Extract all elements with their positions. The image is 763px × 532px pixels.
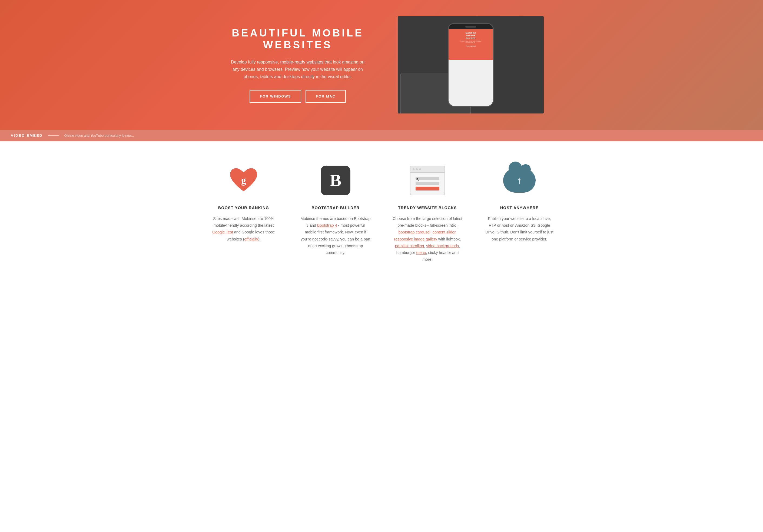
bootstrap4-link[interactable]: Bootstrap 4	[317, 223, 337, 227]
feature-icon-cloud: ↑	[502, 163, 537, 198]
hero-image-area: MOBIRISEWEBSITEBUILDER Create awesome no…	[398, 16, 559, 114]
content-slider-link[interactable]: content slider	[433, 230, 456, 234]
feature-card-ranking: g BOOST YOUR RANKING Sites made with Mob…	[203, 163, 284, 263]
browser-icon: ↖	[410, 166, 445, 195]
heart-icon: g	[229, 167, 259, 194]
video-embed-strip: VIDEO EMBED Online video and YouTube par…	[0, 130, 763, 141]
video-embed-label: VIDEO EMBED	[11, 133, 43, 137]
phone-screen-button: FOR WINDOWS	[464, 45, 478, 48]
windows-button[interactable]: FOR WINDOWS	[250, 90, 301, 103]
browser-dot-1	[413, 168, 414, 170]
phone-notch	[465, 26, 476, 28]
browser-dot-3	[419, 168, 421, 170]
browser-cursor-icon: ↖	[416, 176, 420, 183]
mac-button[interactable]: FOR MAC	[305, 90, 346, 103]
hero-section: BEAUTIFUL MOBILE WEBSITES Develop fully …	[0, 0, 763, 130]
feature-card-bootstrap: B BOOTSTRAP BUILDER Mobirise themes are …	[295, 163, 376, 263]
phone-screen: MOBIRISEWEBSITEBUILDER Create awesome no…	[449, 29, 493, 106]
phone-mockup: MOBIRISEWEBSITEBUILDER Create awesome no…	[448, 23, 494, 107]
feature-card-blocks: ↖ TRENDY WEBSITE BLOCKS Choose from the …	[387, 163, 468, 263]
features-grid: g BOOST YOUR RANKING Sites made with Mob…	[203, 163, 560, 263]
hero-desc-link[interactable]: mobile-ready websites	[280, 60, 323, 64]
feature-title-bootstrap: BOOTSTRAP BUILDER	[300, 206, 371, 210]
google-g-letter: g	[241, 175, 246, 186]
hero-content: BEAUTIFUL MOBILE WEBSITES Develop fully …	[203, 0, 560, 130]
google-test-link[interactable]: Google Test	[212, 230, 233, 234]
phone-screen-subtitle: Create awesome no-code websites.No codin…	[461, 41, 481, 43]
feature-desc-ranking: Sites made with Mobirise are 100% mobile…	[208, 215, 279, 243]
responsive-gallery-link[interactable]: responsive image gallery	[394, 237, 437, 241]
phone-screen-title: MOBIRISEWEBSITEBUILDER	[466, 32, 476, 40]
browser-titlebar	[410, 166, 445, 173]
browser-dot-2	[416, 168, 418, 170]
video-embed-description: Online video and YouTube particularly is…	[64, 134, 134, 137]
upload-arrow-icon: ↑	[517, 175, 522, 186]
feature-desc-blocks: Choose from the large selection of lates…	[392, 215, 463, 263]
feature-title-blocks: TRENDY WEBSITE BLOCKS	[392, 206, 463, 210]
feature-icon-heart: g	[226, 163, 261, 198]
hero-buttons: FOR WINDOWS FOR MAC	[214, 90, 382, 103]
cloud-shape: ↑	[503, 168, 536, 193]
feature-title-ranking: BOOST YOUR RANKING	[208, 206, 279, 210]
hero-description: Develop fully responsive, mobile-ready w…	[227, 58, 368, 80]
feature-desc-bootstrap: Mobirise themes are based on Bootstrap 3…	[300, 215, 371, 256]
video-backgrounds-link[interactable]: video backgrounds	[426, 244, 459, 248]
bootstrap-carousel-link[interactable]: bootstrap carousel	[398, 230, 430, 234]
features-section: g BOOST YOUR RANKING Sites made with Mob…	[0, 141, 763, 279]
feature-icon-bootstrap: B	[318, 163, 353, 198]
bootstrap-b-letter: B	[330, 172, 342, 189]
video-embed-divider	[48, 135, 59, 136]
officially-link[interactable]: officially	[245, 237, 258, 241]
browser-body: ↖	[410, 173, 445, 195]
hero-title: BEAUTIFUL MOBILE WEBSITES	[214, 27, 382, 51]
hero-desc-prefix: Develop fully responsive,	[231, 60, 280, 64]
feature-title-host: HOST ANYWHERE	[484, 206, 555, 210]
cloud-icon: ↑	[502, 166, 537, 195]
parallax-scrolling-link[interactable]: parallax scrolling	[395, 244, 424, 248]
hero-phone-container: MOBIRISEWEBSITEBUILDER Create awesome no…	[398, 16, 544, 114]
feature-card-host: ↑ HOST ANYWHERE Publish your website to …	[479, 163, 560, 263]
feature-icon-browser: ↖	[410, 163, 445, 198]
menu-link[interactable]: menu	[416, 250, 426, 255]
hero-text-block: BEAUTIFUL MOBILE WEBSITES Develop fully …	[214, 27, 382, 103]
feature-desc-host: Publish your website to a local drive, F…	[484, 215, 555, 243]
bootstrap-icon: B	[321, 166, 350, 195]
browser-bar-accent	[416, 187, 439, 191]
